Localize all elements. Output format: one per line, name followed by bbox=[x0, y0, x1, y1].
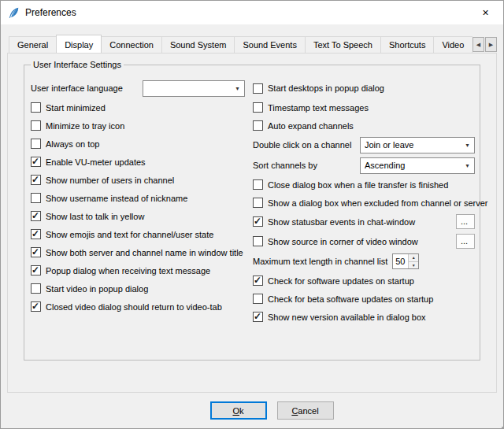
checkbox-software-updates[interactable]: Check for software updates on startup bbox=[253, 272, 475, 290]
checkbox-box[interactable] bbox=[31, 265, 41, 276]
preferences-window: Preferences × General Display Connection… bbox=[0, 0, 504, 429]
tab-shortcuts[interactable]: Shortcuts bbox=[380, 36, 434, 53]
video-source-options-button[interactable]: ... bbox=[456, 234, 475, 249]
tab-display[interactable]: Display bbox=[56, 35, 102, 53]
checkbox-label: Show number of users in channel bbox=[46, 176, 174, 185]
checkbox-box[interactable] bbox=[253, 179, 263, 190]
group-user-interface-settings: User Interface Settings User interface l… bbox=[24, 65, 480, 361]
double-click-value: Join or leave bbox=[365, 140, 461, 150]
checkbox-label: Show emojis and text for channel/user st… bbox=[46, 230, 213, 239]
checkbox-box[interactable] bbox=[31, 175, 41, 185]
checkbox-start-minimized[interactable]: Start minimized bbox=[31, 98, 245, 116]
sort-channels-combobox[interactable]: Ascending ▾ bbox=[360, 157, 475, 174]
checkbox-label: Start video in popup dialog bbox=[46, 284, 148, 294]
tab-video[interactable]: Video bbox=[433, 36, 472, 53]
checkbox-box[interactable] bbox=[253, 276, 263, 286]
checkbox-box[interactable] bbox=[31, 247, 41, 257]
checkbox-start-desktops-popup[interactable]: Start desktops in popup dialog bbox=[253, 78, 475, 98]
checkbox-popup-text-message[interactable]: Popup dialog when receiving text message bbox=[31, 261, 245, 279]
max-text-length-spinner[interactable]: 50 ▲ ▼ bbox=[392, 253, 419, 269]
resize-grip[interactable] bbox=[498, 423, 500, 425]
checkbox-label: Close dialog box when a file transfer is… bbox=[268, 180, 448, 190]
checkbox-box[interactable] bbox=[31, 102, 41, 113]
max-text-length-value: 50 bbox=[393, 254, 408, 268]
checkbox-server-channel-in-title[interactable]: Show both server and channel name in win… bbox=[31, 243, 245, 261]
titlebar[interactable]: Preferences × bbox=[1, 1, 503, 24]
checkbox-show-username[interactable]: Show username instead of nickname bbox=[31, 189, 245, 207]
checkbox-last-to-talk-yellow[interactable]: Show last to talk in yellow bbox=[31, 207, 245, 225]
checkbox-timestamp-messages[interactable]: Timestamp text messages bbox=[253, 98, 475, 116]
tab-scroll-left-button[interactable]: ◀ bbox=[472, 37, 484, 52]
chevron-down-icon: ▾ bbox=[461, 142, 474, 149]
chevron-down-icon: ▾ bbox=[231, 85, 244, 92]
right-column: Start desktops in popup dialog Timestamp… bbox=[253, 78, 475, 326]
statusbar-events-options-button[interactable]: ... bbox=[456, 214, 475, 229]
checkbox-box[interactable] bbox=[31, 157, 41, 167]
checkbox-box[interactable] bbox=[31, 120, 41, 131]
checkbox-show-emojis[interactable]: Show emojis and text for channel/user st… bbox=[31, 225, 245, 243]
double-click-combobox[interactable]: Join or leave ▾ bbox=[360, 137, 475, 153]
checkbox-label: Enable VU-meter updates bbox=[46, 157, 146, 167]
checkbox-box[interactable] bbox=[31, 193, 41, 203]
checkbox-closed-video-return[interactable]: Closed video dialog should return to vid… bbox=[31, 298, 245, 316]
checkbox-label: Auto expand channels bbox=[268, 121, 354, 131]
display-tab-pane: User Interface Settings User interface l… bbox=[7, 53, 497, 393]
checkbox-label: Start desktops in popup dialog bbox=[268, 83, 384, 93]
checkbox-box[interactable] bbox=[253, 83, 263, 94]
checkbox-start-video-popup[interactable]: Start video in popup dialog bbox=[31, 279, 245, 298]
close-button[interactable]: × bbox=[468, 1, 503, 24]
max-text-length-label: Maximum text length in channel list bbox=[253, 257, 387, 266]
ok-button-label: Ok bbox=[211, 406, 266, 416]
checkbox-box[interactable] bbox=[31, 139, 41, 149]
tab-text-to-speech[interactable]: Text To Speech bbox=[305, 36, 381, 53]
checkbox-vu-meter-updates[interactable]: Enable VU-meter updates bbox=[31, 153, 245, 171]
checkbox-excluded-dialog[interactable]: Show a dialog box when excluded from cha… bbox=[253, 194, 475, 212]
spinner-down-button[interactable]: ▼ bbox=[409, 261, 418, 269]
checkbox-label: Minimize to tray icon bbox=[46, 121, 124, 131]
checkbox-box[interactable] bbox=[253, 120, 263, 131]
cancel-button[interactable]: Cancel bbox=[277, 401, 334, 420]
arrow-up-icon: ▲ bbox=[412, 255, 416, 260]
checkbox-label: Show username instead of nickname bbox=[46, 194, 187, 203]
checkbox-box[interactable] bbox=[31, 301, 41, 312]
checkbox-label: Start minimized bbox=[46, 103, 106, 113]
tab-sound-system[interactable]: Sound System bbox=[161, 36, 235, 53]
tab-scroll-right-button[interactable]: ▶ bbox=[485, 37, 497, 52]
checkbox-box[interactable] bbox=[31, 283, 41, 294]
checkbox-always-on-top[interactable]: Always on top bbox=[31, 135, 245, 153]
checkbox-statusbar-events[interactable] bbox=[253, 216, 263, 227]
checkbox-box[interactable] bbox=[253, 294, 263, 304]
checkbox-label: Show new version available in dialog box bbox=[268, 313, 426, 322]
checkbox-box[interactable] bbox=[31, 211, 41, 221]
language-row: User interface language ▾ bbox=[31, 78, 245, 98]
checkbox-show-user-count[interactable]: Show number of users in channel bbox=[31, 171, 245, 189]
spinner-up-button[interactable]: ▲ bbox=[409, 254, 418, 261]
checkbox-box[interactable] bbox=[31, 229, 41, 239]
window-title: Preferences bbox=[25, 7, 76, 18]
double-click-row: Double click on a channel Join or leave … bbox=[253, 135, 475, 155]
cancel-button-label: Cancel bbox=[278, 406, 333, 416]
checkbox-label: Show a dialog box when excluded from cha… bbox=[268, 198, 487, 208]
double-click-label: Double click on a channel bbox=[253, 140, 351, 150]
statusbar-events-row: Show statusbar events in chat-window ... bbox=[253, 212, 475, 231]
checkbox-label: Popup dialog when receiving text message bbox=[46, 266, 210, 276]
arrow-down-icon: ▼ bbox=[412, 263, 416, 268]
tab-sound-events[interactable]: Sound Events bbox=[234, 36, 306, 53]
close-icon: × bbox=[482, 6, 488, 19]
tab-general[interactable]: General bbox=[9, 36, 57, 53]
checkbox-box[interactable] bbox=[253, 102, 263, 113]
checkbox-video-source-corner[interactable] bbox=[253, 236, 263, 246]
ellipsis-icon: ... bbox=[461, 220, 468, 224]
checkbox-auto-expand-channels[interactable]: Auto expand channels bbox=[253, 116, 475, 135]
ok-button[interactable]: Ok bbox=[210, 401, 267, 420]
sort-channels-row: Sort channels by Ascending ▾ bbox=[253, 155, 475, 176]
tab-connection[interactable]: Connection bbox=[101, 36, 162, 53]
checkbox-new-version-dialog[interactable]: Show new version available in dialog box bbox=[253, 308, 475, 326]
language-label: User interface language bbox=[31, 83, 123, 93]
checkbox-box[interactable] bbox=[253, 198, 263, 208]
checkbox-beta-updates[interactable]: Check for beta software updates on start… bbox=[253, 290, 475, 308]
language-combobox[interactable]: ▾ bbox=[143, 80, 245, 97]
checkbox-close-on-file-transfer[interactable]: Close dialog box when a file transfer is… bbox=[253, 176, 475, 194]
checkbox-box[interactable] bbox=[253, 312, 263, 322]
checkbox-minimize-to-tray[interactable]: Minimize to tray icon bbox=[31, 116, 245, 135]
